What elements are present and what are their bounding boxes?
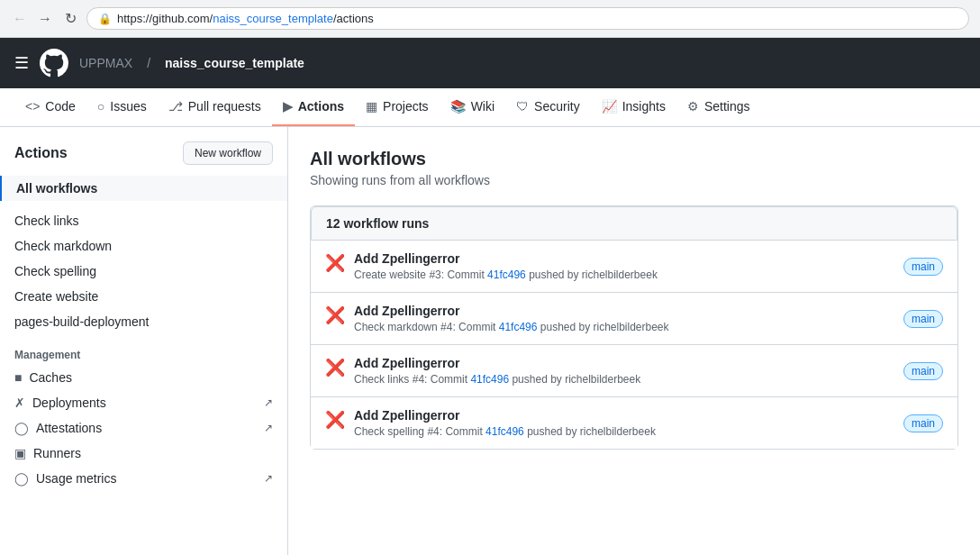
run-detail-2: Check markdown #4: Commit 41fc496 pushed… (354, 321, 669, 333)
run-badge-2: main (903, 310, 943, 328)
run-info-1: Add Zpellingerror Create website #3: Com… (354, 251, 658, 281)
run-detail-4: Check spelling #4: Commit 41fc496 pushed… (354, 425, 656, 438)
table-row[interactable]: ❌ Add Zpellingerror Create website #3: C… (311, 241, 957, 293)
sidebar-item-pages-build-deployment[interactable]: pages-build-deployment (0, 309, 287, 334)
run-detail-3: Check links #4: Commit 41fc496 pushed by… (354, 373, 640, 386)
deployments-arrow-icon: ↗ (264, 396, 273, 409)
url-domain: naiss_course_template (213, 12, 333, 25)
sidebar-item-create-website[interactable]: Create website (0, 284, 287, 309)
nav-settings[interactable]: ⚙ Settings (676, 88, 761, 126)
repo-nav: <> Code ○ Issues ⎇ Pull requests ▶ Actio… (0, 88, 980, 127)
nav-insights[interactable]: 📈 Insights (591, 88, 676, 126)
nav-wiki[interactable]: 📚 Wiki (440, 88, 505, 126)
management-label: Management (0, 345, 287, 365)
insights-icon: 📈 (602, 99, 617, 114)
run-info-2: Add Zpellingerror Check markdown #4: Com… (354, 304, 669, 333)
github-logo (40, 49, 68, 77)
attestations-arrow-icon: ↗ (264, 422, 273, 434)
sidebar-item-check-links[interactable]: Check links (0, 208, 287, 233)
run-name-1: Add Zpellingerror (354, 251, 658, 266)
run-info-3: Add Zpellingerror Check links #4: Commit… (354, 356, 640, 386)
run-name-4: Add Zpellingerror (354, 408, 656, 423)
github-header: ☰ UPPMAX / naiss_course_template (0, 38, 980, 88)
run-left-1: ❌ Add Zpellingerror Create website #3: C… (325, 251, 658, 281)
browser-bar: ← → ↻ 🔒 https://github.com/naiss_course_… (0, 0, 980, 38)
new-workflow-button[interactable]: New workflow (183, 141, 273, 165)
workflow-runs-container: 12 workflow runs ❌ Add Zpellingerror Cre… (310, 205, 958, 450)
sidebar-header: Actions New workflow (0, 141, 287, 176)
sidebar-item-all-workflows[interactable]: All workflows (0, 176, 287, 201)
wiki-icon: 📚 (450, 99, 466, 114)
url-suffix: /actions (333, 12, 374, 25)
commit-link-3[interactable]: 41fc496 (470, 373, 509, 386)
nav-pull-requests[interactable]: ⎇ Pull requests (158, 88, 272, 126)
sidebar-item-caches[interactable]: ■ Caches (0, 365, 287, 390)
sidebar-item-check-spelling[interactable]: Check spelling (0, 259, 287, 284)
run-name-2: Add Zpellingerror (354, 304, 669, 318)
security-icon: 🛡 (516, 99, 529, 114)
sidebar: Actions New workflow All workflows Check… (0, 127, 288, 555)
pr-icon: ⎇ (168, 99, 183, 114)
back-button[interactable]: ← (11, 10, 29, 28)
content-area: All workflows Showing runs from all work… (288, 127, 980, 555)
commit-link-2[interactable]: 41fc496 (499, 321, 538, 333)
run-name-3: Add Zpellingerror (354, 356, 640, 370)
run-badge-3: main (903, 362, 943, 380)
error-icon-1: ❌ (325, 253, 345, 273)
table-row[interactable]: ❌ Add Zpellingerror Check spelling #4: C… (311, 397, 957, 449)
run-left-4: ❌ Add Zpellingerror Check spelling #4: C… (325, 408, 656, 438)
code-icon: <> (25, 99, 40, 114)
page-subtitle: Showing runs from all workflows (310, 173, 958, 187)
settings-nav-icon: ⚙ (687, 99, 699, 114)
workflow-count: 12 workflow runs (311, 206, 957, 241)
commit-link-4[interactable]: 41fc496 (485, 425, 524, 438)
run-badge-1: main (903, 258, 943, 276)
table-row[interactable]: ❌ Add Zpellingerror Check links #4: Comm… (311, 345, 957, 397)
all-workflows-label: All workflows (16, 181, 97, 196)
deployments-left: ✗ Deployments (14, 396, 106, 410)
attestations-left: ◯ Attestations (14, 421, 102, 435)
usage-metrics-arrow-icon: ↗ (264, 472, 273, 485)
run-left-2: ❌ Add Zpellingerror Check markdown #4: C… (325, 304, 669, 333)
address-bar[interactable]: 🔒 https://github.com/naiss_course_templa… (86, 7, 969, 30)
nav-security[interactable]: 🛡 Security (505, 88, 591, 126)
projects-icon: ▦ (366, 99, 377, 114)
run-detail-1: Create website #3: Commit 41fc496 pushed… (354, 268, 658, 281)
forward-button[interactable]: → (36, 10, 54, 28)
run-info-4: Add Zpellingerror Check spelling #4: Com… (354, 408, 656, 438)
caches-icon: ■ (14, 370, 22, 385)
attestations-icon: ◯ (14, 421, 29, 435)
error-icon-2: ❌ (325, 305, 345, 325)
main-layout: Actions New workflow All workflows Check… (0, 127, 980, 555)
org-name[interactable]: UPPMAX (79, 56, 132, 70)
nav-actions[interactable]: ▶ Actions (272, 88, 355, 126)
actions-icon: ▶ (283, 99, 293, 114)
nav-issues[interactable]: ○ Issues (86, 88, 158, 126)
page-title: All workflows (310, 149, 958, 169)
refresh-button[interactable]: ↻ (61, 10, 79, 28)
breadcrumb-slash: / (147, 56, 150, 70)
run-left-3: ❌ Add Zpellingerror Check links #4: Comm… (325, 356, 640, 386)
error-icon-3: ❌ (325, 358, 345, 378)
sidebar-item-deployments[interactable]: ✗ Deployments ↗ (0, 390, 287, 415)
deployments-icon: ✗ (14, 396, 25, 410)
commit-link-1[interactable]: 41fc496 (487, 268, 526, 281)
sidebar-title: Actions (14, 145, 68, 161)
usage-metrics-icon: ◯ (14, 471, 29, 486)
lock-icon: 🔒 (98, 13, 112, 25)
sidebar-item-check-markdown[interactable]: Check markdown (0, 233, 287, 259)
repo-name[interactable]: naiss_course_template (165, 56, 304, 70)
error-icon-4: ❌ (325, 410, 345, 430)
usage-metrics-left: ◯ Usage metrics (14, 471, 116, 486)
hamburger-icon[interactable]: ☰ (14, 53, 29, 73)
nav-projects[interactable]: ▦ Projects (355, 88, 440, 126)
sidebar-item-usage-metrics[interactable]: ◯ Usage metrics ↗ (0, 466, 287, 491)
sidebar-item-attestations[interactable]: ◯ Attestations ↗ (0, 415, 287, 441)
runners-icon: ▣ (14, 446, 26, 460)
browser-url: https://github.com/naiss_course_template… (117, 12, 957, 25)
table-row[interactable]: ❌ Add Zpellingerror Check markdown #4: C… (311, 293, 957, 345)
nav-code[interactable]: <> Code (14, 88, 86, 126)
run-badge-4: main (903, 414, 943, 432)
issues-icon: ○ (97, 99, 104, 114)
sidebar-item-runners[interactable]: ▣ Runners (0, 441, 287, 466)
